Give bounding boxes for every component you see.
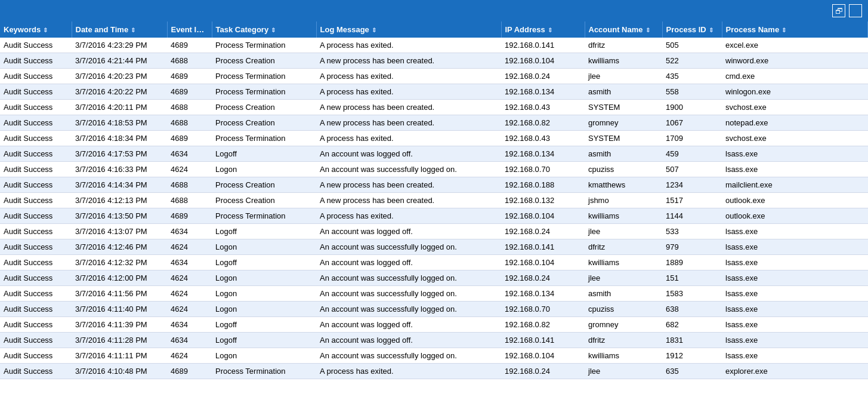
cell-ipaddress: 192.168.0.104	[501, 255, 585, 271]
cell-logmessage: A new process has been created.	[316, 193, 501, 208]
cell-processid: 1912	[662, 348, 722, 364]
cell-processid: 533	[662, 224, 722, 239]
table-row[interactable]: Audit Success3/7/2016 4:13:50 PM4689Proc…	[0, 208, 868, 224]
table-row[interactable]: Audit Success3/7/2016 4:12:00 PM4624Logo…	[0, 271, 868, 286]
table-row[interactable]: Audit Success3/7/2016 4:10:48 PM4689Proc…	[0, 364, 868, 379]
cell-ipaddress: 192.168.0.134	[501, 286, 585, 302]
cell-logmessage: A process has exited.	[316, 69, 501, 84]
table-row[interactable]: Audit Success3/7/2016 4:17:53 PM4634Logo…	[0, 146, 868, 162]
table-row[interactable]: Audit Success3/7/2016 4:20:23 PM4689Proc…	[0, 69, 868, 84]
cell-ipaddress: 192.168.0.24	[501, 69, 585, 84]
cell-accountname: jlee	[585, 271, 662, 286]
table-row[interactable]: Audit Success3/7/2016 4:11:40 PM4624Logo…	[0, 302, 868, 317]
log-table: Keywords⇕Date and Time⇕Event ID⇕Task Cat…	[0, 21, 868, 379]
cell-logmessage: An account was logged off.	[316, 146, 501, 162]
cell-keywords: Audit Success	[0, 317, 72, 333]
cell-eventid: 4688	[167, 100, 212, 115]
close-button[interactable]	[849, 4, 862, 17]
column-header-accountname[interactable]: Account Name⇕	[585, 21, 662, 38]
table-row[interactable]: Audit Success3/7/2016 4:12:46 PM4624Logo…	[0, 239, 868, 255]
cell-taskcategory: Logon	[212, 286, 316, 302]
table-row[interactable]: Audit Success3/7/2016 4:11:56 PM4624Logo…	[0, 286, 868, 302]
cell-ipaddress: 192.168.0.134	[501, 84, 585, 100]
cell-taskcategory: Logoff	[212, 317, 316, 333]
table-row[interactable]: Audit Success3/7/2016 4:11:39 PM4634Logo…	[0, 317, 868, 333]
cell-logmessage: A process has exited.	[316, 131, 501, 146]
cell-ipaddress: 192.168.0.141	[501, 333, 585, 348]
column-header-datetime[interactable]: Date and Time⇕	[72, 21, 167, 38]
cell-keywords: Audit Success	[0, 162, 72, 177]
cell-datetime: 3/7/2016 4:12:32 PM	[72, 255, 167, 271]
cell-taskcategory: Process Termination	[212, 38, 316, 53]
column-header-keywords[interactable]: Keywords⇕	[0, 21, 72, 38]
cell-ipaddress: 192.168.0.82	[501, 115, 585, 131]
table-row[interactable]: Audit Success3/7/2016 4:11:28 PM4634Logo…	[0, 333, 868, 348]
table-row[interactable]: Audit Success3/7/2016 4:21:44 PM4688Proc…	[0, 53, 868, 69]
table-row[interactable]: Audit Success3/7/2016 4:18:34 PM4689Proc…	[0, 131, 868, 146]
cell-taskcategory: Process Termination	[212, 84, 316, 100]
cell-ipaddress: 192.168.0.24	[501, 364, 585, 379]
cell-taskcategory: Logon	[212, 271, 316, 286]
cell-accountname: jlee	[585, 224, 662, 239]
cell-logmessage: A process has exited.	[316, 364, 501, 379]
cell-taskcategory: Logoff	[212, 146, 316, 162]
cell-processid: 1900	[662, 100, 722, 115]
sort-icon: ⇕	[548, 27, 552, 33]
cell-accountname: asmith	[585, 286, 662, 302]
cell-processname: notepad.exe	[722, 115, 868, 131]
cell-keywords: Audit Success	[0, 255, 72, 271]
cell-processid: 505	[662, 38, 722, 53]
cell-logmessage: An account was logged off.	[316, 255, 501, 271]
cell-taskcategory: Logon	[212, 302, 316, 317]
cell-processname: mailclient.exe	[722, 177, 868, 193]
column-header-logmessage[interactable]: Log Message⇕	[316, 21, 501, 38]
cell-datetime: 3/7/2016 4:20:22 PM	[72, 84, 167, 100]
column-header-processname[interactable]: Process Name⇕	[722, 21, 868, 38]
table-row[interactable]: Audit Success3/7/2016 4:11:11 PM4624Logo…	[0, 348, 868, 364]
cell-eventid: 4688	[167, 53, 212, 69]
table-row[interactable]: Audit Success3/7/2016 4:14:34 PM4688Proc…	[0, 177, 868, 193]
cell-keywords: Audit Success	[0, 53, 72, 69]
cell-datetime: 3/7/2016 4:11:40 PM	[72, 302, 167, 317]
column-header-taskcategory[interactable]: Task Category⇕	[212, 21, 316, 38]
table-row[interactable]: Audit Success3/7/2016 4:23:29 PM4689Proc…	[0, 38, 868, 53]
sort-icon: ⇕	[271, 27, 276, 33]
table-row[interactable]: Audit Success3/7/2016 4:16:33 PM4624Logo…	[0, 162, 868, 177]
cell-processid: 1583	[662, 286, 722, 302]
cell-datetime: 3/7/2016 4:20:23 PM	[72, 69, 167, 84]
table-row[interactable]: Audit Success3/7/2016 4:12:32 PM4634Logo…	[0, 255, 868, 271]
table-row[interactable]: Audit Success3/7/2016 4:20:11 PM4688Proc…	[0, 100, 868, 115]
cell-ipaddress: 192.168.0.141	[501, 239, 585, 255]
sort-icon: ⇕	[372, 27, 376, 33]
cell-keywords: Audit Success	[0, 177, 72, 193]
pin-button[interactable]: 🗗	[832, 4, 845, 17]
cell-processname: winlogon.exe	[722, 84, 868, 100]
column-header-eventid[interactable]: Event ID⇕	[167, 21, 212, 38]
cell-accountname: kwilliams	[585, 208, 662, 224]
column-header-processid[interactable]: Process ID⇕	[662, 21, 722, 38]
table-row[interactable]: Audit Success3/7/2016 4:13:07 PM4634Logo…	[0, 224, 868, 239]
cell-processname: lsass.exe	[722, 333, 868, 348]
table-row[interactable]: Audit Success3/7/2016 4:12:13 PM4688Proc…	[0, 193, 868, 208]
cell-eventid: 4634	[167, 146, 212, 162]
cell-accountname: gromney	[585, 115, 662, 131]
column-header-ipaddress[interactable]: IP Address⇕	[501, 21, 585, 38]
table-row[interactable]: Audit Success3/7/2016 4:18:53 PM4688Proc…	[0, 115, 868, 131]
cell-processname: lsass.exe	[722, 146, 868, 162]
cell-ipaddress: 192.168.0.70	[501, 302, 585, 317]
cell-eventid: 4689	[167, 69, 212, 84]
cell-datetime: 3/7/2016 4:18:53 PM	[72, 115, 167, 131]
cell-processname: svchost.exe	[722, 131, 868, 146]
cell-ipaddress: 192.168.0.188	[501, 177, 585, 193]
table-row[interactable]: Audit Success3/7/2016 4:20:22 PM4689Proc…	[0, 84, 868, 100]
cell-keywords: Audit Success	[0, 193, 72, 208]
cell-datetime: 3/7/2016 4:12:00 PM	[72, 271, 167, 286]
cell-datetime: 3/7/2016 4:12:13 PM	[72, 193, 167, 208]
cell-processname: explorer.exe	[722, 364, 868, 379]
cell-logmessage: An account was logged off.	[316, 224, 501, 239]
cell-logmessage: An account was logged off.	[316, 317, 501, 333]
cell-eventid: 4689	[167, 38, 212, 53]
cell-accountname: jlee	[585, 69, 662, 84]
cell-logmessage: A new process has been created.	[316, 53, 501, 69]
sort-icon: ⇕	[781, 27, 786, 33]
